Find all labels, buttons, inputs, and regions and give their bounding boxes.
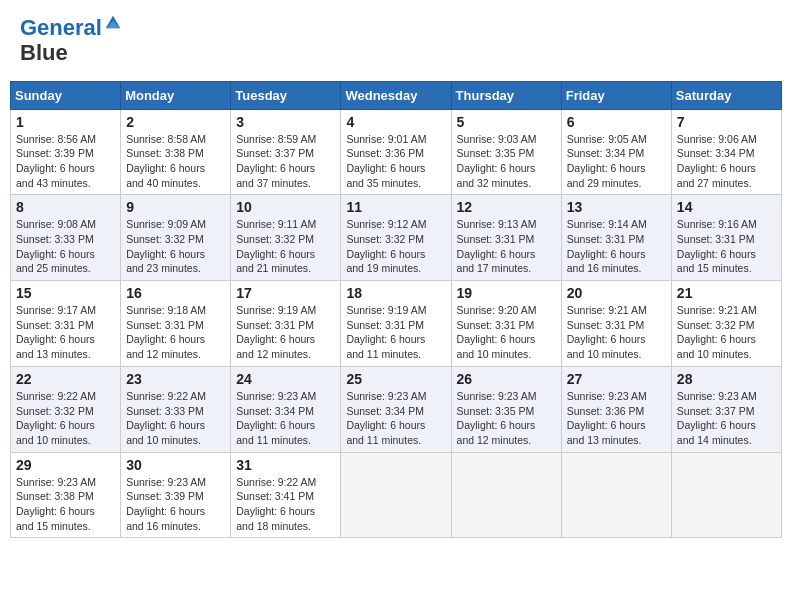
day-number: 20 — [567, 285, 666, 301]
calendar-cell — [341, 452, 451, 538]
calendar-cell: 24Sunrise: 9:23 AMSunset: 3:34 PMDayligh… — [231, 366, 341, 452]
logo: General Blue — [20, 15, 122, 66]
day-info: Sunrise: 9:12 AMSunset: 3:32 PMDaylight:… — [346, 217, 445, 276]
calendar-cell — [561, 452, 671, 538]
day-number: 30 — [126, 457, 225, 473]
day-info: Sunrise: 8:56 AMSunset: 3:39 PMDaylight:… — [16, 132, 115, 191]
header-sunday: Sunday — [11, 81, 121, 109]
day-info: Sunrise: 9:21 AMSunset: 3:32 PMDaylight:… — [677, 303, 776, 362]
day-number: 26 — [457, 371, 556, 387]
day-info: Sunrise: 8:58 AMSunset: 3:38 PMDaylight:… — [126, 132, 225, 191]
calendar-week-row: 1Sunrise: 8:56 AMSunset: 3:39 PMDaylight… — [11, 109, 782, 195]
header-wednesday: Wednesday — [341, 81, 451, 109]
day-info: Sunrise: 9:13 AMSunset: 3:31 PMDaylight:… — [457, 217, 556, 276]
day-number: 1 — [16, 114, 115, 130]
day-info: Sunrise: 9:22 AMSunset: 3:32 PMDaylight:… — [16, 389, 115, 448]
calendar-cell: 15Sunrise: 9:17 AMSunset: 3:31 PMDayligh… — [11, 281, 121, 367]
calendar-week-row: 15Sunrise: 9:17 AMSunset: 3:31 PMDayligh… — [11, 281, 782, 367]
day-info: Sunrise: 9:23 AMSunset: 3:39 PMDaylight:… — [126, 475, 225, 534]
calendar-cell: 3Sunrise: 8:59 AMSunset: 3:37 PMDaylight… — [231, 109, 341, 195]
day-info: Sunrise: 9:21 AMSunset: 3:31 PMDaylight:… — [567, 303, 666, 362]
calendar-cell: 13Sunrise: 9:14 AMSunset: 3:31 PMDayligh… — [561, 195, 671, 281]
calendar-cell: 18Sunrise: 9:19 AMSunset: 3:31 PMDayligh… — [341, 281, 451, 367]
day-info: Sunrise: 9:19 AMSunset: 3:31 PMDaylight:… — [236, 303, 335, 362]
calendar-cell: 21Sunrise: 9:21 AMSunset: 3:32 PMDayligh… — [671, 281, 781, 367]
day-number: 31 — [236, 457, 335, 473]
day-number: 18 — [346, 285, 445, 301]
day-info: Sunrise: 9:14 AMSunset: 3:31 PMDaylight:… — [567, 217, 666, 276]
calendar-cell: 28Sunrise: 9:23 AMSunset: 3:37 PMDayligh… — [671, 366, 781, 452]
logo-blue: Blue — [20, 40, 122, 65]
calendar-cell: 20Sunrise: 9:21 AMSunset: 3:31 PMDayligh… — [561, 281, 671, 367]
day-number: 15 — [16, 285, 115, 301]
day-number: 5 — [457, 114, 556, 130]
calendar-cell: 31Sunrise: 9:22 AMSunset: 3:41 PMDayligh… — [231, 452, 341, 538]
calendar-cell — [671, 452, 781, 538]
day-info: Sunrise: 9:01 AMSunset: 3:36 PMDaylight:… — [346, 132, 445, 191]
calendar-cell: 29Sunrise: 9:23 AMSunset: 3:38 PMDayligh… — [11, 452, 121, 538]
calendar-cell: 16Sunrise: 9:18 AMSunset: 3:31 PMDayligh… — [121, 281, 231, 367]
day-info: Sunrise: 9:17 AMSunset: 3:31 PMDaylight:… — [16, 303, 115, 362]
calendar-cell: 5Sunrise: 9:03 AMSunset: 3:35 PMDaylight… — [451, 109, 561, 195]
day-info: Sunrise: 9:23 AMSunset: 3:37 PMDaylight:… — [677, 389, 776, 448]
calendar-cell: 30Sunrise: 9:23 AMSunset: 3:39 PMDayligh… — [121, 452, 231, 538]
calendar-table: SundayMondayTuesdayWednesdayThursdayFrid… — [10, 81, 782, 539]
calendar-cell: 23Sunrise: 9:22 AMSunset: 3:33 PMDayligh… — [121, 366, 231, 452]
calendar-cell: 11Sunrise: 9:12 AMSunset: 3:32 PMDayligh… — [341, 195, 451, 281]
calendar-cell: 6Sunrise: 9:05 AMSunset: 3:34 PMDaylight… — [561, 109, 671, 195]
day-number: 13 — [567, 199, 666, 215]
day-number: 2 — [126, 114, 225, 130]
day-info: Sunrise: 9:18 AMSunset: 3:31 PMDaylight:… — [126, 303, 225, 362]
calendar-cell: 12Sunrise: 9:13 AMSunset: 3:31 PMDayligh… — [451, 195, 561, 281]
calendar-cell: 9Sunrise: 9:09 AMSunset: 3:32 PMDaylight… — [121, 195, 231, 281]
day-info: Sunrise: 9:19 AMSunset: 3:31 PMDaylight:… — [346, 303, 445, 362]
calendar-cell: 19Sunrise: 9:20 AMSunset: 3:31 PMDayligh… — [451, 281, 561, 367]
day-number: 19 — [457, 285, 556, 301]
day-info: Sunrise: 9:08 AMSunset: 3:33 PMDaylight:… — [16, 217, 115, 276]
day-number: 29 — [16, 457, 115, 473]
header-thursday: Thursday — [451, 81, 561, 109]
day-number: 17 — [236, 285, 335, 301]
day-number: 16 — [126, 285, 225, 301]
day-info: Sunrise: 9:23 AMSunset: 3:34 PMDaylight:… — [346, 389, 445, 448]
header-friday: Friday — [561, 81, 671, 109]
calendar-cell: 10Sunrise: 9:11 AMSunset: 3:32 PMDayligh… — [231, 195, 341, 281]
day-info: Sunrise: 9:09 AMSunset: 3:32 PMDaylight:… — [126, 217, 225, 276]
day-number: 8 — [16, 199, 115, 215]
logo-icon — [104, 13, 122, 31]
day-info: Sunrise: 9:05 AMSunset: 3:34 PMDaylight:… — [567, 132, 666, 191]
day-number: 11 — [346, 199, 445, 215]
day-number: 24 — [236, 371, 335, 387]
calendar-cell: 26Sunrise: 9:23 AMSunset: 3:35 PMDayligh… — [451, 366, 561, 452]
day-info: Sunrise: 9:22 AMSunset: 3:33 PMDaylight:… — [126, 389, 225, 448]
day-number: 10 — [236, 199, 335, 215]
day-number: 14 — [677, 199, 776, 215]
header-monday: Monday — [121, 81, 231, 109]
header-tuesday: Tuesday — [231, 81, 341, 109]
day-number: 25 — [346, 371, 445, 387]
day-info: Sunrise: 9:03 AMSunset: 3:35 PMDaylight:… — [457, 132, 556, 191]
calendar-cell: 14Sunrise: 9:16 AMSunset: 3:31 PMDayligh… — [671, 195, 781, 281]
calendar-week-row: 29Sunrise: 9:23 AMSunset: 3:38 PMDayligh… — [11, 452, 782, 538]
calendar-header-row: SundayMondayTuesdayWednesdayThursdayFrid… — [11, 81, 782, 109]
day-info: Sunrise: 9:22 AMSunset: 3:41 PMDaylight:… — [236, 475, 335, 534]
calendar-week-row: 22Sunrise: 9:22 AMSunset: 3:32 PMDayligh… — [11, 366, 782, 452]
day-number: 3 — [236, 114, 335, 130]
day-number: 21 — [677, 285, 776, 301]
calendar-cell: 17Sunrise: 9:19 AMSunset: 3:31 PMDayligh… — [231, 281, 341, 367]
page-header: General Blue — [10, 10, 782, 71]
day-number: 27 — [567, 371, 666, 387]
day-info: Sunrise: 9:06 AMSunset: 3:34 PMDaylight:… — [677, 132, 776, 191]
day-info: Sunrise: 9:20 AMSunset: 3:31 PMDaylight:… — [457, 303, 556, 362]
calendar-cell: 1Sunrise: 8:56 AMSunset: 3:39 PMDaylight… — [11, 109, 121, 195]
calendar-cell: 8Sunrise: 9:08 AMSunset: 3:33 PMDaylight… — [11, 195, 121, 281]
day-info: Sunrise: 9:16 AMSunset: 3:31 PMDaylight:… — [677, 217, 776, 276]
header-saturday: Saturday — [671, 81, 781, 109]
calendar-week-row: 8Sunrise: 9:08 AMSunset: 3:33 PMDaylight… — [11, 195, 782, 281]
calendar-cell: 27Sunrise: 9:23 AMSunset: 3:36 PMDayligh… — [561, 366, 671, 452]
logo-text: General — [20, 15, 122, 40]
calendar-cell: 4Sunrise: 9:01 AMSunset: 3:36 PMDaylight… — [341, 109, 451, 195]
day-number: 9 — [126, 199, 225, 215]
calendar-cell: 22Sunrise: 9:22 AMSunset: 3:32 PMDayligh… — [11, 366, 121, 452]
calendar-cell: 2Sunrise: 8:58 AMSunset: 3:38 PMDaylight… — [121, 109, 231, 195]
